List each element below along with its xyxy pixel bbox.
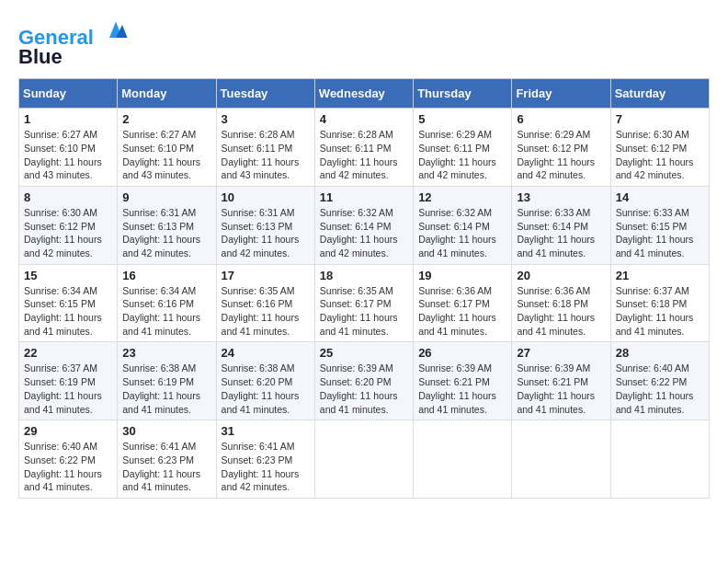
day-info: Sunrise: 6:31 AMSunset: 6:13 PMDaylight:… xyxy=(122,206,210,260)
calendar-day-25: 25Sunrise: 6:39 AMSunset: 6:20 PMDayligh… xyxy=(314,342,413,420)
day-info: Sunrise: 6:39 AMSunset: 6:20 PMDaylight:… xyxy=(320,362,408,416)
day-info: Sunrise: 6:35 AMSunset: 6:17 PMDaylight:… xyxy=(320,284,408,339)
weekday-tuesday: Tuesday xyxy=(216,79,314,109)
day-number: 5 xyxy=(418,112,506,126)
day-info: Sunrise: 6:34 AMSunset: 6:15 PMDaylight:… xyxy=(24,284,112,339)
day-number: 12 xyxy=(418,190,506,204)
calendar-week-4: 22Sunrise: 6:37 AMSunset: 6:19 PMDayligh… xyxy=(19,342,710,420)
day-number: 14 xyxy=(616,190,704,204)
day-number: 7 xyxy=(616,112,704,126)
day-number: 1 xyxy=(24,112,112,126)
day-number: 3 xyxy=(222,112,310,126)
day-number: 18 xyxy=(320,269,408,282)
day-number: 26 xyxy=(418,346,506,360)
day-number: 15 xyxy=(24,269,112,282)
day-info: Sunrise: 6:32 AMSunset: 6:14 PMDaylight:… xyxy=(320,206,408,260)
calendar-week-3: 15Sunrise: 6:34 AMSunset: 6:15 PMDayligh… xyxy=(19,264,710,342)
calendar-day-8: 8Sunrise: 6:30 AMSunset: 6:12 PMDaylight… xyxy=(19,186,118,264)
weekday-saturday: Saturday xyxy=(610,79,709,109)
calendar-week-1: 1Sunrise: 6:27 AMSunset: 6:10 PMDaylight… xyxy=(19,109,710,187)
day-number: 20 xyxy=(517,269,605,282)
calendar-day-12: 12Sunrise: 6:32 AMSunset: 6:14 PMDayligh… xyxy=(414,186,512,264)
calendar-day-7: 7Sunrise: 6:30 AMSunset: 6:12 PMDaylight… xyxy=(610,109,709,187)
day-number: 13 xyxy=(517,190,605,204)
day-info: Sunrise: 6:37 AMSunset: 6:19 PMDaylight:… xyxy=(24,362,112,416)
calendar-day-1: 1Sunrise: 6:27 AMSunset: 6:10 PMDaylight… xyxy=(19,109,118,187)
day-number: 31 xyxy=(222,424,310,438)
logo-icon xyxy=(103,18,129,44)
day-number: 27 xyxy=(517,346,605,360)
day-number: 25 xyxy=(320,346,408,360)
day-info: Sunrise: 6:38 AMSunset: 6:19 PMDaylight:… xyxy=(122,362,210,416)
weekday-wednesday: Wednesday xyxy=(314,79,413,109)
day-info: Sunrise: 6:37 AMSunset: 6:18 PMDaylight:… xyxy=(616,284,704,339)
calendar-day-28: 28Sunrise: 6:40 AMSunset: 6:22 PMDayligh… xyxy=(610,342,709,420)
day-number: 16 xyxy=(122,269,210,282)
day-info: Sunrise: 6:39 AMSunset: 6:21 PMDaylight:… xyxy=(418,362,506,416)
calendar-day-22: 22Sunrise: 6:37 AMSunset: 6:19 PMDayligh… xyxy=(19,342,118,420)
empty-cell xyxy=(414,420,512,499)
calendar-day-17: 17Sunrise: 6:35 AMSunset: 6:16 PMDayligh… xyxy=(216,264,314,342)
logo: General Blue xyxy=(18,18,129,69)
calendar-day-10: 10Sunrise: 6:31 AMSunset: 6:13 PMDayligh… xyxy=(216,186,314,264)
calendar-day-2: 2Sunrise: 6:27 AMSunset: 6:10 PMDaylight… xyxy=(118,109,216,187)
day-info: Sunrise: 6:30 AMSunset: 6:12 PMDaylight:… xyxy=(24,206,112,260)
weekday-header-row: SundayMondayTuesdayWednesdayThursdayFrid… xyxy=(19,79,710,109)
day-info: Sunrise: 6:28 AMSunset: 6:11 PMDaylight:… xyxy=(320,128,408,182)
empty-cell xyxy=(512,420,610,499)
day-info: Sunrise: 6:36 AMSunset: 6:17 PMDaylight:… xyxy=(418,284,506,339)
day-number: 8 xyxy=(24,190,112,204)
day-info: Sunrise: 6:29 AMSunset: 6:11 PMDaylight:… xyxy=(418,128,506,182)
calendar-day-15: 15Sunrise: 6:34 AMSunset: 6:15 PMDayligh… xyxy=(19,264,118,342)
day-number: 22 xyxy=(24,346,112,360)
calendar-day-16: 16Sunrise: 6:34 AMSunset: 6:16 PMDayligh… xyxy=(118,264,216,342)
calendar-day-18: 18Sunrise: 6:35 AMSunset: 6:17 PMDayligh… xyxy=(314,264,413,342)
calendar-day-26: 26Sunrise: 6:39 AMSunset: 6:21 PMDayligh… xyxy=(414,342,512,420)
day-info: Sunrise: 6:40 AMSunset: 6:22 PMDaylight:… xyxy=(616,362,704,416)
calendar-day-11: 11Sunrise: 6:32 AMSunset: 6:14 PMDayligh… xyxy=(314,186,413,264)
calendar-day-20: 20Sunrise: 6:36 AMSunset: 6:18 PMDayligh… xyxy=(512,264,610,342)
calendar-day-13: 13Sunrise: 6:33 AMSunset: 6:14 PMDayligh… xyxy=(512,186,610,264)
day-number: 24 xyxy=(222,346,310,360)
calendar-day-23: 23Sunrise: 6:38 AMSunset: 6:19 PMDayligh… xyxy=(118,342,216,420)
calendar-day-30: 30Sunrise: 6:41 AMSunset: 6:23 PMDayligh… xyxy=(118,420,216,499)
day-info: Sunrise: 6:33 AMSunset: 6:15 PMDaylight:… xyxy=(616,206,704,260)
day-number: 17 xyxy=(222,269,310,282)
calendar-week-5: 29Sunrise: 6:40 AMSunset: 6:22 PMDayligh… xyxy=(19,420,710,499)
day-info: Sunrise: 6:34 AMSunset: 6:16 PMDaylight:… xyxy=(122,284,210,339)
calendar-day-21: 21Sunrise: 6:37 AMSunset: 6:18 PMDayligh… xyxy=(610,264,709,342)
day-info: Sunrise: 6:27 AMSunset: 6:10 PMDaylight:… xyxy=(122,128,210,182)
day-number: 10 xyxy=(222,190,310,204)
day-info: Sunrise: 6:41 AMSunset: 6:23 PMDaylight:… xyxy=(122,440,210,494)
day-number: 6 xyxy=(517,112,605,126)
day-number: 2 xyxy=(122,112,210,126)
calendar-day-3: 3Sunrise: 6:28 AMSunset: 6:11 PMDaylight… xyxy=(216,109,314,187)
day-number: 11 xyxy=(320,190,408,204)
day-number: 29 xyxy=(24,424,112,438)
day-info: Sunrise: 6:35 AMSunset: 6:16 PMDaylight:… xyxy=(222,284,310,339)
day-info: Sunrise: 6:36 AMSunset: 6:18 PMDaylight:… xyxy=(517,284,605,339)
page-header: General Blue xyxy=(18,18,710,69)
day-number: 23 xyxy=(122,346,210,360)
day-number: 28 xyxy=(616,346,704,360)
calendar-day-5: 5Sunrise: 6:29 AMSunset: 6:11 PMDaylight… xyxy=(414,109,512,187)
calendar-day-9: 9Sunrise: 6:31 AMSunset: 6:13 PMDaylight… xyxy=(118,186,216,264)
day-info: Sunrise: 6:38 AMSunset: 6:20 PMDaylight:… xyxy=(222,362,310,416)
weekday-sunday: Sunday xyxy=(19,79,118,109)
calendar-day-29: 29Sunrise: 6:40 AMSunset: 6:22 PMDayligh… xyxy=(19,420,118,499)
weekday-monday: Monday xyxy=(118,79,216,109)
day-number: 9 xyxy=(122,190,210,204)
empty-cell xyxy=(610,420,709,499)
calendar-day-31: 31Sunrise: 6:41 AMSunset: 6:23 PMDayligh… xyxy=(216,420,314,499)
calendar-day-14: 14Sunrise: 6:33 AMSunset: 6:15 PMDayligh… xyxy=(610,186,709,264)
weekday-friday: Friday xyxy=(512,79,610,109)
day-info: Sunrise: 6:39 AMSunset: 6:21 PMDaylight:… xyxy=(517,362,605,416)
day-info: Sunrise: 6:27 AMSunset: 6:10 PMDaylight:… xyxy=(24,128,112,182)
day-number: 19 xyxy=(418,269,506,282)
day-info: Sunrise: 6:33 AMSunset: 6:14 PMDaylight:… xyxy=(517,206,605,260)
day-info: Sunrise: 6:28 AMSunset: 6:11 PMDaylight:… xyxy=(222,128,310,182)
calendar-table: SundayMondayTuesdayWednesdayThursdayFrid… xyxy=(18,78,710,499)
calendar-day-24: 24Sunrise: 6:38 AMSunset: 6:20 PMDayligh… xyxy=(216,342,314,420)
day-info: Sunrise: 6:30 AMSunset: 6:12 PMDaylight:… xyxy=(616,128,704,182)
day-number: 4 xyxy=(320,112,408,126)
